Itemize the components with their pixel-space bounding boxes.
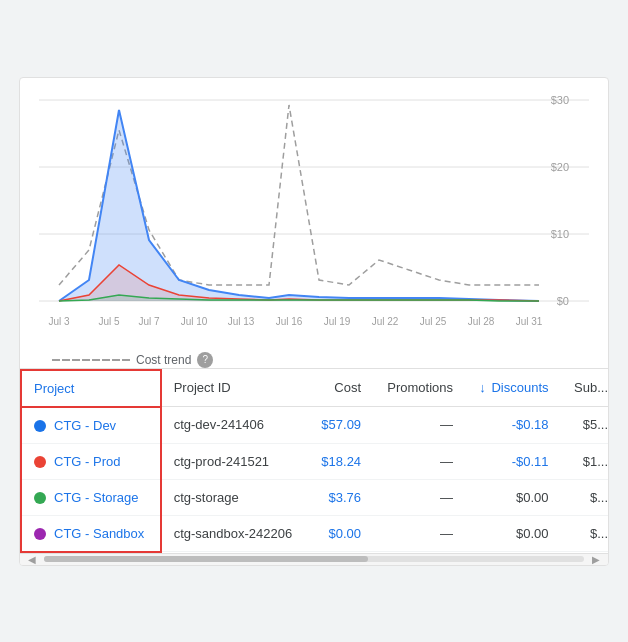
billing-table-container: Project Project ID Cost Promotions ↓ Dis… xyxy=(20,369,608,553)
dot-prod xyxy=(34,456,46,468)
cost-trend-label: Cost trend xyxy=(136,353,191,367)
col-header-project-id: Project ID xyxy=(161,370,308,407)
promo-0: — xyxy=(373,407,465,444)
col-header-project[interactable]: Project xyxy=(21,370,161,407)
svg-text:Jul 19: Jul 19 xyxy=(324,316,351,327)
svg-text:Jul 10: Jul 10 xyxy=(181,316,208,327)
cost-1: $18.24 xyxy=(308,443,373,479)
sub-0: $5... xyxy=(561,407,608,444)
horizontal-scrollbar[interactable]: ◀ ▶ xyxy=(20,553,608,565)
disc-2: $0.00 xyxy=(465,479,561,515)
main-card: $30 $20 $10 $0 Jul 3 Jul 5 Jul 7 Jul 10 … xyxy=(19,77,609,566)
svg-text:Jul 28: Jul 28 xyxy=(468,316,495,327)
project-cell-3: CTG - Sandbox xyxy=(21,515,161,552)
svg-text:$30: $30 xyxy=(551,94,569,106)
svg-text:Jul 25: Jul 25 xyxy=(420,316,447,327)
project-id-2: ctg-storage xyxy=(161,479,308,515)
project-name-1[interactable]: CTG - Prod xyxy=(54,454,120,469)
dot-sandbox xyxy=(34,528,46,540)
svg-text:$10: $10 xyxy=(551,228,569,240)
svg-text:Jul 13: Jul 13 xyxy=(228,316,255,327)
dot-storage xyxy=(34,492,46,504)
project-id-3: ctg-sandbox-242206 xyxy=(161,515,308,552)
table-row: CTG - Sandbox ctg-sandbox-242206 $0.00 —… xyxy=(21,515,608,552)
disc-0: -$0.18 xyxy=(465,407,561,444)
project-name-2[interactable]: CTG - Storage xyxy=(54,490,139,505)
table-row: CTG - Dev ctg-dev-241406 $57.09 — -$0.18 xyxy=(21,407,608,444)
sub-1: $1... xyxy=(561,443,608,479)
project-name-3[interactable]: CTG - Sandbox xyxy=(54,526,144,541)
sub-3: $... xyxy=(561,515,608,552)
project-id-1: ctg-prod-241521 xyxy=(161,443,308,479)
cost-3: $0.00 xyxy=(308,515,373,552)
svg-text:Jul 16: Jul 16 xyxy=(276,316,303,327)
sub-2: $... xyxy=(561,479,608,515)
scroll-right-arrow[interactable]: ▶ xyxy=(588,554,604,565)
help-icon[interactable]: ? xyxy=(197,352,213,368)
disc-3: $0.00 xyxy=(465,515,561,552)
table-row: CTG - Prod ctg-prod-241521 $18.24 — -$0.… xyxy=(21,443,608,479)
svg-text:Jul 3: Jul 3 xyxy=(48,316,70,327)
project-name-0[interactable]: CTG - Dev xyxy=(54,418,116,433)
svg-text:Jul 31: Jul 31 xyxy=(516,316,543,327)
project-cell-1: CTG - Prod xyxy=(21,443,161,479)
svg-text:Jul 22: Jul 22 xyxy=(372,316,399,327)
promo-1: — xyxy=(373,443,465,479)
cost-0: $57.09 xyxy=(308,407,373,444)
promo-3: — xyxy=(373,515,465,552)
disc-1: -$0.11 xyxy=(465,443,561,479)
col-header-discounts[interactable]: ↓ Discounts xyxy=(465,370,561,407)
chart-container: $30 $20 $10 $0 Jul 3 Jul 5 Jul 7 Jul 10 … xyxy=(20,78,608,368)
dashed-line-legend xyxy=(52,359,130,361)
svg-text:Jul 5: Jul 5 xyxy=(98,316,120,327)
project-cell-2: CTG - Storage xyxy=(21,479,161,515)
billing-table: Project Project ID Cost Promotions ↓ Dis… xyxy=(20,369,608,553)
project-id-0: ctg-dev-241406 xyxy=(161,407,308,444)
table-header-row: Project Project ID Cost Promotions ↓ Dis… xyxy=(21,370,608,407)
sort-down-icon: ↓ xyxy=(479,380,486,395)
scroll-track[interactable] xyxy=(44,556,584,562)
svg-text:$20: $20 xyxy=(551,161,569,173)
project-cell-0: CTG - Dev xyxy=(21,407,161,444)
cost-chart: $30 $20 $10 $0 Jul 3 Jul 5 Jul 7 Jul 10 … xyxy=(36,90,592,340)
scroll-left-arrow[interactable]: ◀ xyxy=(24,554,40,565)
col-header-cost: Cost xyxy=(308,370,373,407)
promo-2: — xyxy=(373,479,465,515)
cost-2: $3.76 xyxy=(308,479,373,515)
scroll-thumb[interactable] xyxy=(44,556,368,562)
col-header-promotions: Promotions xyxy=(373,370,465,407)
table-row: CTG - Storage ctg-storage $3.76 — $0.00 xyxy=(21,479,608,515)
dot-dev xyxy=(34,420,46,432)
col-header-subtotal: Sub... xyxy=(561,370,608,407)
svg-text:Jul 7: Jul 7 xyxy=(138,316,160,327)
svg-text:$0: $0 xyxy=(557,295,569,307)
